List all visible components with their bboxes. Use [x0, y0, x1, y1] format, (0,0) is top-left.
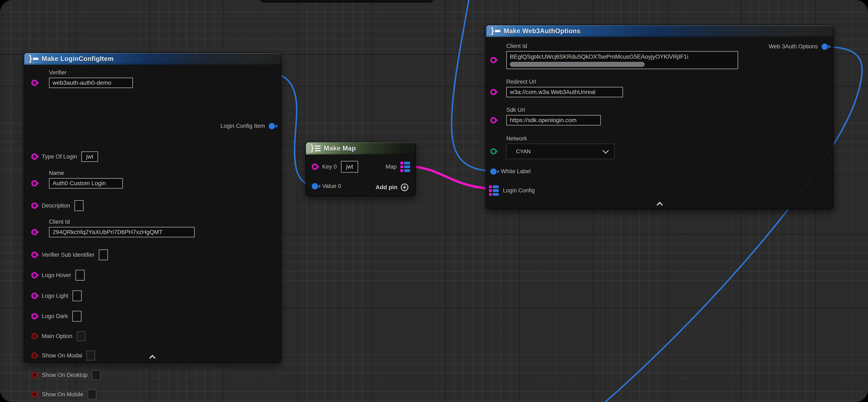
key0-label: Key 0 [322, 164, 337, 170]
sdk-url-pin[interactable] [490, 117, 497, 123]
main-option-pin[interactable] [31, 333, 38, 339]
collapse-chevron-icon[interactable] [149, 355, 156, 360]
redirect-url-pin[interactable] [490, 89, 497, 95]
network-pin[interactable] [490, 148, 497, 154]
node-title: Make LoginConfigItem [42, 55, 114, 63]
client-id-label: Client Id [506, 43, 738, 50]
node-header-make-loginconfigitem[interactable]: } Make LoginConfigItem [24, 53, 281, 65]
blueprint-graph-canvas[interactable]: } Make LoginConfigItem Login Config Item… [0, 0, 868, 402]
logo-dark-field[interactable] [72, 311, 82, 322]
node-header-make-map[interactable]: } Make Map [306, 142, 415, 154]
main-option-checkbox[interactable] [77, 331, 86, 341]
show-on-desktop-label: Show On Desktop [42, 372, 88, 378]
make-struct-icon: } [491, 27, 500, 35]
show-on-modal-label: Show On Modal [42, 352, 82, 359]
name-label: Name [49, 170, 123, 176]
network-label: Network [506, 135, 615, 142]
show-on-modal-checkbox[interactable] [86, 350, 95, 361]
logo-light-field[interactable] [72, 290, 82, 301]
make-map-icon: } [310, 144, 320, 153]
client-id-pin[interactable] [31, 229, 38, 235]
type-of-login-label: Type Of Login [42, 153, 77, 160]
verifier-sub-identifier-pin[interactable] [31, 252, 38, 258]
type-of-login-field[interactable]: jwt [81, 151, 98, 162]
node-make-web3authoptions[interactable]: } Make Web3AuthOptions Web 3Auth Options… [486, 25, 834, 209]
logo-dark-pin[interactable] [31, 313, 38, 319]
key0-pin[interactable] [312, 164, 318, 170]
node-header-make-web3authoptions[interactable]: } Make Web3AuthOptions [486, 25, 833, 37]
logo-dark-label: Logo Dark [42, 313, 68, 320]
map-out-label: Map [385, 164, 397, 170]
add-pin-button[interactable]: Add pin [376, 183, 408, 191]
client-id-field[interactable]: 294QRkchfq2YaXUbPri7D6PH7xzHgQMT [49, 227, 195, 237]
network-dropdown-value: CYAN [516, 148, 531, 155]
show-on-desktop-pin[interactable] [31, 372, 38, 378]
node-title: Make Map [324, 145, 356, 152]
white-label-label: White Label [501, 168, 531, 175]
login-config-label: Login Config [503, 187, 535, 194]
show-on-modal-pin[interactable] [31, 352, 38, 359]
dropdown-chevron-icon [602, 147, 609, 154]
add-pin-icon [401, 183, 408, 191]
client-id-field[interactable]: BEglQSgt4cUWcj6SKRdu5QkOXTsePmMcusG5EAoy… [506, 51, 738, 69]
logo-light-label: Logo Light [42, 293, 68, 299]
type-of-login-pin[interactable] [31, 153, 38, 160]
redirect-url-label: Redirect Url [506, 79, 623, 85]
show-on-mobile-checkbox[interactable] [88, 390, 96, 400]
sdk-url-label: Sdk Url [506, 107, 601, 113]
show-on-mobile-label: Show On Mobile [42, 391, 84, 398]
add-pin-label: Add pin [376, 184, 398, 191]
login-config-map-pin-icon[interactable] [489, 185, 499, 196]
redirect-url-field[interactable]: w3a://com.w3a.Web3AuthUnreal [506, 87, 623, 97]
show-on-desktop-checkbox[interactable] [92, 370, 101, 380]
client-id-label: Client Id [49, 219, 195, 225]
description-field[interactable] [74, 200, 84, 211]
name-pin[interactable] [31, 180, 38, 186]
main-option-label: Main Option [42, 333, 72, 340]
description-pin[interactable] [31, 202, 38, 209]
value0-label: Value 0 [322, 183, 341, 190]
make-struct-icon: } [29, 55, 38, 63]
web3auth-options-output-pin[interactable] [822, 44, 828, 50]
client-id-pin[interactable] [490, 57, 497, 63]
offscreen-node-stub [260, 0, 433, 2]
output-pin-label: Web 3Auth Options [769, 43, 818, 50]
node-make-map[interactable]: } Make Map Key 0 jwt Map Value 0 Add pin [305, 142, 416, 196]
show-on-mobile-pin[interactable] [31, 391, 38, 398]
logo-light-pin[interactable] [31, 293, 38, 299]
verifier-field[interactable]: web3auth-auth0-demo [49, 78, 133, 88]
verifier-sub-identifier-label: Verifier Sub Identifier [42, 252, 95, 258]
sdk-url-field[interactable]: https://sdk.openlogin.com [506, 115, 601, 125]
wire-map-to-loginconfig[interactable] [408, 166, 497, 189]
logo-hover-pin[interactable] [31, 272, 38, 278]
collapse-chevron-icon[interactable] [656, 202, 663, 206]
node-make-loginconfigitem[interactable]: } Make LoginConfigItem Login Config Item… [24, 53, 281, 363]
verifier-label: Verifier [49, 69, 133, 76]
name-field[interactable]: Auth0 Custom Login [49, 178, 123, 189]
white-label-pin[interactable] [490, 168, 497, 175]
key0-field[interactable]: jwt [341, 161, 358, 173]
client-id-value: BEglQSgt4cUWcj6SKRdu5QkOXTsePmMcusG5EAoy… [510, 53, 688, 60]
node-title: Make Web3AuthOptions [504, 27, 581, 35]
network-dropdown[interactable]: CYAN [506, 144, 615, 159]
logo-hover-field[interactable] [75, 270, 85, 281]
value0-pin[interactable] [312, 183, 318, 190]
description-label: Description [42, 202, 70, 209]
output-pin-label: Login Config Item [220, 123, 265, 129]
verifier-sub-identifier-field[interactable] [99, 249, 108, 260]
verifier-pin[interactable] [31, 80, 38, 86]
client-id-scrollbar[interactable] [510, 62, 645, 67]
map-pin-icon[interactable] [400, 162, 410, 172]
login-config-item-output-pin[interactable] [269, 123, 275, 129]
logo-hover-label: Logo Hover [42, 272, 71, 279]
